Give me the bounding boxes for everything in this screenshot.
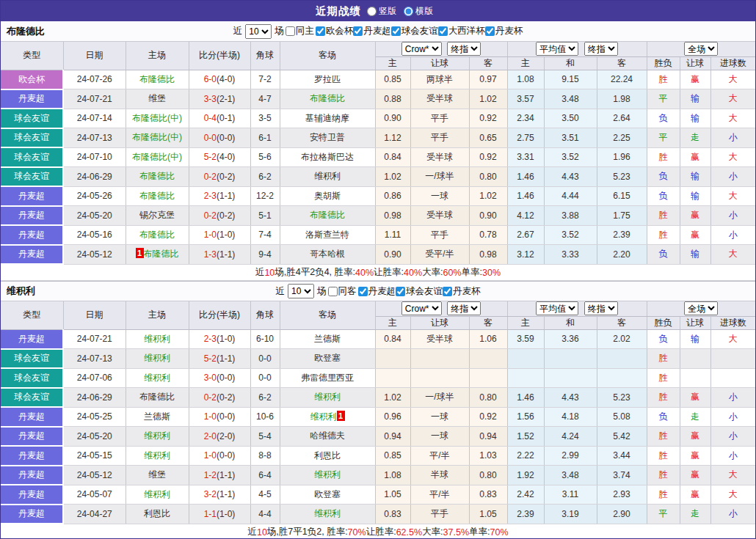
average-select[interactable]: 平均值: [536, 301, 578, 315]
handicap-line: 受半球: [410, 329, 469, 349]
team-name-text: 奥胡斯: [314, 191, 341, 201]
match-count-select[interactable]: 10: [245, 24, 272, 39]
team-header-row: 布隆德比 近 10 场 同主 欧会杯丹麦超球会友谊大西洋杯丹麦杯: [1, 21, 755, 42]
handicap-home-odds: 1.11: [375, 225, 410, 245]
halftime-score: (4-0): [217, 74, 235, 84]
league-filter[interactable]: 大西洋杯: [438, 25, 485, 37]
same-venue-checkbox[interactable]: [286, 26, 295, 36]
league-type-badge: 球会友谊: [1, 147, 63, 167]
match-score: 3-2(1-1): [189, 485, 250, 505]
recent-label: 近: [233, 25, 243, 37]
handicap-away-odds: 1.02: [469, 89, 507, 109]
same-venue-checkbox[interactable]: [328, 287, 338, 296]
avg-draw-odds: 4.18: [544, 407, 597, 427]
avg-home-odds: 3.59: [507, 329, 544, 349]
avg-home-odds: 2.75: [507, 128, 544, 148]
handicap-home-odds: 0.84: [375, 147, 410, 167]
league-filter[interactable]: 丹麦杯: [443, 285, 481, 298]
summary-segment: 大率:: [422, 266, 443, 279]
filter-bar: 近 10 场 同客 丹麦超球会友谊丹麦杯: [275, 284, 481, 298]
scope-select-group: 全场: [647, 42, 755, 56]
handicap-endindex-select[interactable]: 终指: [447, 301, 481, 315]
handicap-away-odds: 0.78: [469, 225, 507, 245]
vertical-layout-radio[interactable]: [367, 7, 377, 16]
result-outcome: 负: [647, 109, 680, 128]
handicap-home-odds: 1.08: [375, 466, 410, 485]
handicap-away-odds: 0.98: [469, 245, 507, 265]
match-score: 0-2(0-2): [189, 206, 250, 226]
team-name-text: 维积利: [310, 411, 337, 422]
halftime-score: (1-1): [217, 489, 235, 499]
team-name: 布隆德比: [7, 25, 45, 38]
avg-away-odds: 1.98: [597, 89, 647, 109]
avg-away-odds: 2.90: [597, 505, 647, 524]
team-name-text: 布隆德比: [139, 191, 175, 201]
match-score: 2-0(2-0): [189, 427, 250, 447]
title-bar: 近期战绩 竖版 横版: [1, 1, 755, 21]
league-type-badge: 球会友谊: [1, 167, 63, 187]
team-name-text: 维积利: [144, 334, 170, 344]
league-checkbox[interactable]: [316, 26, 325, 36]
halftime-score: (0-1): [217, 113, 235, 123]
fulltime-score: 0-0: [204, 133, 217, 143]
result-handicap: 赢: [680, 466, 710, 485]
league-type-badge: 丹麦超: [1, 407, 63, 427]
handicap-away-odds: 0.92: [469, 109, 507, 128]
league-filter[interactable]: 丹麦杯: [485, 25, 523, 37]
league-filter[interactable]: 丹麦超: [358, 285, 396, 298]
league-checkbox[interactable]: [391, 26, 401, 36]
avg-away-odds: 2.64: [597, 109, 647, 128]
horizontal-layout-radio[interactable]: [404, 7, 413, 16]
halftime-score: (0-2): [217, 210, 235, 221]
match-row: 球会友谊24-07-10布隆德比(中)5-2(4-0)5-6布拉格斯巴达0.84…: [1, 147, 755, 167]
handicap-company-select[interactable]: Crow*: [401, 42, 442, 56]
subheader-outcome: 胜负: [647, 316, 680, 329]
away-team: 布拉格斯巴达: [280, 147, 375, 167]
handicap-home-odds: 0.83: [375, 505, 410, 524]
league-checkbox[interactable]: [358, 287, 368, 296]
result-handicap: [680, 349, 710, 369]
avg-draw-odds: 2.99: [544, 446, 597, 466]
match-score: 5-2(1-1): [189, 349, 250, 369]
handicap-endindex-select[interactable]: 终指: [447, 42, 481, 56]
subheader-handicap-home: 主: [375, 56, 410, 70]
league-filter[interactable]: 球会友谊: [391, 25, 438, 37]
avg-home-odds: 2.67: [507, 225, 544, 245]
league-checkbox[interactable]: [443, 287, 452, 296]
avg-away-odds: 1.75: [597, 206, 647, 226]
result-goals: 大: [710, 89, 755, 109]
result-goals: 小: [710, 388, 755, 408]
team-name-text: 基辅迪纳摩: [305, 113, 349, 123]
league-checkbox[interactable]: [353, 26, 363, 36]
same-venue-filter[interactable]: 同主: [286, 25, 314, 37]
scope-select[interactable]: 全场: [684, 301, 718, 315]
away-team: 哈维德夫: [280, 427, 375, 447]
league-filter[interactable]: 丹麦超: [353, 25, 391, 37]
league-filter[interactable]: 球会友谊: [396, 285, 443, 298]
average-select[interactable]: 平均值: [536, 42, 578, 56]
team-name-text: 哥本哈根: [310, 249, 345, 259]
halftime-score: (2-1): [217, 94, 235, 104]
handicap-line: 一/球半: [410, 388, 469, 408]
match-date: 24-05-26: [63, 186, 126, 206]
same-venue-filter[interactable]: 同客: [328, 285, 357, 298]
league-filter[interactable]: 欧会杯: [316, 25, 354, 37]
scope-select-group: 全场: [647, 301, 755, 316]
average-endindex-select[interactable]: 终指: [584, 42, 618, 56]
handicap-line: 受平/半: [410, 245, 469, 265]
league-checkbox[interactable]: [438, 26, 448, 36]
result-handicap: 走: [680, 505, 710, 524]
summary-segment: 10: [257, 527, 267, 538]
average-endindex-select[interactable]: 终指: [584, 301, 618, 315]
match-count-select[interactable]: 10: [288, 284, 314, 298]
avg-home-odds: 1.56: [507, 407, 544, 427]
avg-away-odds: 2.02: [597, 329, 647, 349]
scope-select[interactable]: 全场: [684, 42, 718, 56]
league-checkbox[interactable]: [485, 26, 495, 36]
avg-home-odds: 2.22: [507, 446, 544, 466]
handicap-home-odds: 0.96: [375, 407, 410, 427]
result-handicap: 走: [680, 128, 710, 148]
league-checkbox[interactable]: [396, 287, 405, 296]
avg-draw-odds: 3.48: [544, 89, 597, 109]
handicap-company-select[interactable]: Crow*: [401, 301, 442, 315]
